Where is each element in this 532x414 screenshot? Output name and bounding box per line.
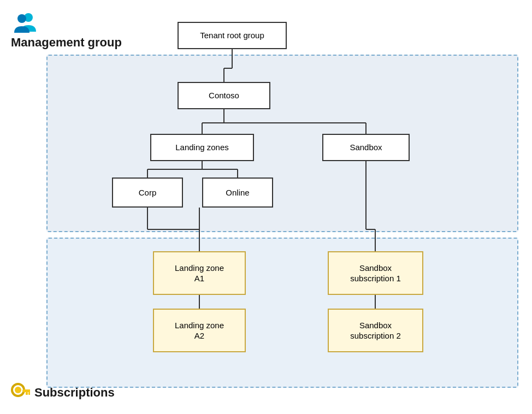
contoso-box: Contoso xyxy=(178,82,270,109)
subs-label: Subscriptions xyxy=(11,383,115,402)
svg-rect-5 xyxy=(28,392,30,395)
svg-rect-6 xyxy=(26,392,28,395)
key-icon xyxy=(11,383,30,402)
subs-section xyxy=(46,238,518,388)
svg-point-3 xyxy=(15,387,21,393)
diagram-container: Management group Subscriptions Tenant ro… xyxy=(5,5,527,409)
svg-point-1 xyxy=(17,14,26,23)
sandbox-box: Sandbox xyxy=(322,134,410,161)
online-box: Online xyxy=(202,178,273,208)
sandbox-subscription-1-box: Sandboxsubscription 1 xyxy=(328,251,423,295)
corp-box: Corp xyxy=(112,178,183,208)
tenant-root-group-box: Tenant root group xyxy=(178,22,287,49)
landing-zone-a2-box: Landing zoneA2 xyxy=(153,309,246,352)
landing-zones-box: Landing zones xyxy=(150,134,254,161)
users-icon xyxy=(11,11,38,33)
sandbox-subscription-2-box: Sandboxsubscription 2 xyxy=(328,309,423,352)
icons-row xyxy=(11,11,38,33)
mgmt-group-label: Management group xyxy=(11,36,122,50)
landing-zone-a1-box: Landing zoneA1 xyxy=(153,251,246,295)
svg-rect-4 xyxy=(22,389,30,392)
